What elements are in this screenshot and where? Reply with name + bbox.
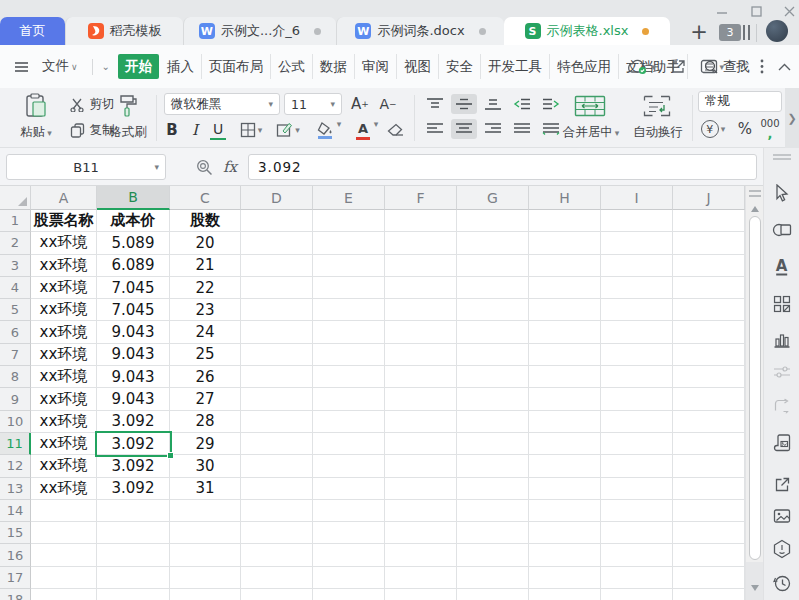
cell-C5[interactable]: 23 [170, 299, 241, 321]
column-header-E[interactable]: E [313, 186, 385, 210]
menu-tab-insert[interactable]: 插入 [160, 54, 202, 79]
cell-C7[interactable]: 25 [170, 344, 241, 366]
scrollbar-track[interactable] [746, 562, 764, 600]
cell-A14[interactable] [31, 500, 97, 522]
tab-spreadsheet-active[interactable]: S 示例表格.xlsx [504, 17, 670, 45]
cell-C9[interactable]: 27 [170, 388, 241, 410]
cell-I12[interactable] [601, 455, 673, 477]
align-top-button[interactable] [422, 94, 448, 114]
cell-E15[interactable] [313, 522, 385, 544]
cell-C1[interactable]: 股数 [170, 210, 241, 232]
cell-A6[interactable]: xx环境 [31, 321, 97, 343]
tab-home[interactable]: 首页 [0, 17, 65, 45]
cell-B8[interactable]: 9.043 [97, 366, 170, 388]
cell-F12[interactable] [385, 455, 457, 477]
image-icon[interactable] [773, 509, 791, 524]
cell-J10[interactable] [673, 411, 745, 433]
wrap-text-icon[interactable] [640, 93, 674, 119]
cell-A18[interactable] [31, 589, 97, 600]
cell-E9[interactable] [313, 388, 385, 410]
column-header-F[interactable]: F [385, 186, 457, 210]
cell-A4[interactable]: xx环境 [31, 277, 97, 299]
menu-tab-formulas[interactable]: 公式 [271, 54, 313, 79]
cell-C3[interactable]: 21 [170, 255, 241, 277]
tab-writer-doc-2[interactable]: W 示例词条.docx [336, 17, 504, 45]
stamp-hexagon-icon[interactable] [772, 539, 791, 559]
cell-J15[interactable] [673, 522, 745, 544]
cell-F5[interactable] [385, 299, 457, 321]
cell-D16[interactable] [241, 544, 313, 566]
cell-I5[interactable] [601, 299, 673, 321]
percent-format-button[interactable]: % [734, 117, 756, 141]
cell-H7[interactable] [529, 344, 601, 366]
format-painter-icon[interactable] [106, 93, 150, 119]
cell-F6[interactable] [385, 321, 457, 343]
cell-H2[interactable] [529, 232, 601, 254]
cell-F14[interactable] [385, 500, 457, 522]
column-header-I[interactable]: I [601, 186, 673, 210]
cell-I14[interactable] [601, 500, 673, 522]
cell-F10[interactable] [385, 411, 457, 433]
cell-H10[interactable] [529, 411, 601, 433]
cell-G10[interactable] [457, 411, 529, 433]
align-bottom-button[interactable] [480, 94, 506, 114]
cell-C6[interactable]: 24 [170, 321, 241, 343]
cell-A13[interactable]: xx环境 [31, 478, 97, 500]
cell-E4[interactable] [313, 277, 385, 299]
cell-I4[interactable] [601, 277, 673, 299]
cell-H9[interactable] [529, 388, 601, 410]
menu-tab-special-apps[interactable]: 特色应用 [550, 54, 619, 79]
cell-A1[interactable]: 股票名称 [31, 210, 97, 232]
cell-C10[interactable]: 28 [170, 411, 241, 433]
number-format-select[interactable]: 常规 [698, 91, 782, 112]
cell-B14[interactable] [97, 500, 170, 522]
italic-button[interactable]: I [186, 119, 204, 141]
cell-G16[interactable] [457, 544, 529, 566]
fill-color-button[interactable]: ▾ [308, 118, 342, 142]
cell-H6[interactable] [529, 321, 601, 343]
cell-F11[interactable] [385, 433, 457, 455]
cell-B3[interactable]: 6.089 [97, 255, 170, 277]
cell-F15[interactable] [385, 522, 457, 544]
cell-J2[interactable] [673, 232, 745, 254]
increase-font-icon[interactable]: A+ [348, 93, 372, 115]
share-icon[interactable] [670, 59, 686, 75]
cell-G15[interactable] [457, 522, 529, 544]
align-center-button[interactable] [451, 119, 477, 139]
cell-E3[interactable] [313, 255, 385, 277]
currency-format-button[interactable]: ¥▾ [698, 117, 728, 141]
cell-G14[interactable] [457, 500, 529, 522]
cell-B10[interactable]: 3.092 [97, 411, 170, 433]
align-right-button[interactable] [480, 119, 506, 139]
menu-tab-security[interactable]: 安全 [439, 54, 481, 79]
cell-I15[interactable] [601, 522, 673, 544]
cell-J5[interactable] [673, 299, 745, 321]
cell-B7[interactable]: 9.043 [97, 344, 170, 366]
cell-I8[interactable] [601, 366, 673, 388]
cell-G8[interactable] [457, 366, 529, 388]
cell-I17[interactable] [601, 567, 673, 589]
thousands-format-button[interactable]: 000 , [758, 115, 782, 143]
cell-B15[interactable] [97, 522, 170, 544]
cell-G6[interactable] [457, 321, 529, 343]
cell-D17[interactable] [241, 567, 313, 589]
save-dropdown-icon[interactable]: ⌄ [102, 61, 110, 72]
cell-B12[interactable]: 3.092 [97, 455, 170, 477]
cell-G4[interactable] [457, 277, 529, 299]
cell-J11[interactable] [673, 433, 745, 455]
font-size-select[interactable]: 11▾ [284, 93, 342, 115]
cell-I9[interactable] [601, 388, 673, 410]
cell-G17[interactable] [457, 567, 529, 589]
cell-F8[interactable] [385, 366, 457, 388]
cell-F1[interactable] [385, 210, 457, 232]
cell-F13[interactable] [385, 478, 457, 500]
cell-H5[interactable] [529, 299, 601, 321]
menu-tab-data[interactable]: 数据 [313, 54, 355, 79]
cell-E10[interactable] [313, 411, 385, 433]
cell-F16[interactable] [385, 544, 457, 566]
fill-handle[interactable] [167, 452, 174, 459]
spreadsheet-grid[interactable]: ABCDEFGHIJ1股票名称成本价股数2xx环境5.089203xx环境6.0… [0, 186, 745, 600]
cell-H4[interactable] [529, 277, 601, 299]
row-header-18[interactable]: 18 [0, 589, 31, 600]
cell-D4[interactable] [241, 277, 313, 299]
